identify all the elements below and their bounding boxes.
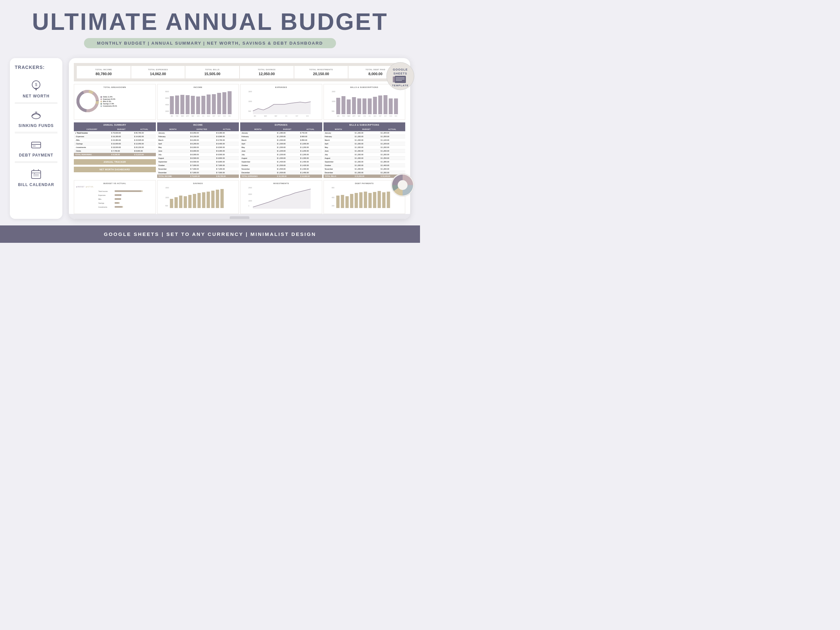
income-col-expected: EXPECTED bbox=[189, 127, 215, 131]
svg-rect-133 bbox=[368, 193, 371, 208]
table-row: - Bills $ 15,384.00 $ 15,505.00 bbox=[74, 139, 156, 142]
svg-rect-7 bbox=[32, 142, 41, 148]
svg-text:JAN: JAN bbox=[254, 115, 256, 117]
sidebar-item-sinking-funds[interactable]: SINKING FUNDS bbox=[15, 104, 57, 132]
svg-text:Savings: Savings bbox=[98, 202, 104, 204]
svg-text:JAN: JAN bbox=[170, 115, 173, 117]
svg-rect-71 bbox=[373, 97, 377, 114]
card-savings-value: 12,050.00 bbox=[242, 72, 292, 76]
svg-rect-27 bbox=[170, 96, 174, 114]
svg-text:500: 500 bbox=[332, 110, 334, 112]
svg-rect-126 bbox=[336, 196, 339, 208]
table-row: May$ 6,000.00$ 6,500.00 bbox=[157, 146, 239, 149]
table-row: August$ 1,282.00$ 1,350.00 bbox=[324, 156, 406, 160]
bills-col-budget: BUDGET bbox=[354, 127, 379, 131]
table-row: March$ 1,282.00$ 1,100.00 bbox=[324, 139, 406, 142]
table-row: - Expenses $ 16,180.00 $ 14,062.00 bbox=[74, 135, 156, 139]
middle-section: ANNUAL SUMMARY CATEGORY BUDGET ACTUAL + … bbox=[74, 122, 405, 178]
svg-text:1000: 1000 bbox=[248, 200, 252, 202]
svg-rect-90 bbox=[115, 190, 143, 192]
svg-text:FEB: FEB bbox=[175, 115, 178, 117]
card-total-savings: TOTAL SAVINGS 12,050.00 bbox=[240, 66, 294, 79]
svg-text:500: 500 bbox=[165, 205, 168, 207]
svg-text:OCT: OCT bbox=[218, 115, 221, 117]
table-row: January$ 1,282.00$ 1,305.00 bbox=[324, 131, 406, 135]
table-row: September$ 6,500.00$ 6,900.00 bbox=[157, 160, 239, 164]
svg-rect-115 bbox=[211, 191, 214, 208]
sidebar-item-debt-payment[interactable]: DEBT PAYMENT bbox=[15, 134, 57, 162]
laptop-bottom bbox=[69, 214, 410, 219]
svg-rect-135 bbox=[377, 191, 381, 208]
income-table-header: INCOME bbox=[157, 122, 239, 127]
table-row: November$ 1,500.00$ 1,400.00 bbox=[240, 167, 322, 171]
svg-rect-99 bbox=[115, 202, 120, 204]
svg-rect-111 bbox=[193, 194, 196, 208]
svg-text:1500: 1500 bbox=[165, 187, 169, 189]
svg-rect-129 bbox=[350, 194, 353, 208]
svg-text:8000: 8000 bbox=[165, 90, 169, 93]
table-row: March$ 1,300.00$ 850.00 bbox=[240, 139, 322, 142]
svg-text:AUG: AUG bbox=[373, 115, 376, 117]
svg-text:2500: 2500 bbox=[248, 187, 252, 189]
card-bills-label: TOTAL BILLS bbox=[187, 69, 237, 71]
svg-text:DEC: DEC bbox=[395, 115, 397, 117]
svg-text:Total Income: Total Income bbox=[98, 190, 108, 192]
subtitle-bar: MONTHLY BUDGET | ANNUAL SUMMARY | NET WO… bbox=[84, 38, 336, 48]
svg-rect-66 bbox=[346, 99, 351, 114]
svg-rect-110 bbox=[188, 195, 191, 208]
col-budget: BUDGET bbox=[110, 127, 133, 131]
svg-rect-116 bbox=[216, 189, 219, 208]
svg-rect-31 bbox=[191, 96, 194, 114]
table-row: July$ 1,282.00$ 1,282.00 bbox=[324, 153, 406, 156]
card-total-investments: TOTAL INVESTMENTS 20,150.00 bbox=[294, 66, 348, 79]
svg-rect-64 bbox=[336, 98, 340, 114]
annual-tracker-button[interactable]: ANNUAL TRACKER bbox=[74, 159, 156, 165]
svg-rect-134 bbox=[373, 192, 376, 208]
sidebar-item-net-worth[interactable]: $ NET WORTH bbox=[15, 75, 57, 103]
sidebar-item-bill-calendar[interactable]: BILL CALENDAR bbox=[15, 163, 57, 191]
svg-rect-130 bbox=[354, 193, 358, 208]
svg-text:APR: APR bbox=[186, 115, 189, 117]
svg-text:500: 500 bbox=[248, 110, 251, 112]
svg-text:JUN: JUN bbox=[197, 115, 199, 117]
svg-rect-117 bbox=[220, 189, 223, 208]
svg-rect-109 bbox=[183, 196, 187, 208]
svg-text:NOV: NOV bbox=[223, 115, 226, 117]
expenses-chart: EXPENSES 1600 1000 500 JAN MAR MAY JUL S… bbox=[240, 84, 322, 120]
table-row: May$ 1,282.00$ 1,282.00 bbox=[324, 146, 406, 149]
investments-line-svg: 2500 2000 1000 1 bbox=[243, 186, 320, 210]
footer-text: GOOGLE SHEETS | SET TO ANY CURRENCY | MI… bbox=[6, 231, 414, 237]
svg-rect-29 bbox=[180, 95, 184, 114]
table-row: August$ 1,300.00$ 1,300.00 bbox=[240, 156, 322, 160]
investments-title: INVESTMENTS bbox=[243, 182, 320, 185]
svg-rect-70 bbox=[368, 98, 371, 114]
svg-text:MAY: MAY bbox=[275, 115, 278, 117]
svg-text:SEP: SEP bbox=[296, 115, 298, 117]
card-total-income: TOTAL INCOME 80,780.00 bbox=[77, 66, 131, 79]
expenses-table: MONTH BUDGET ACTUAL January$ 1,380.00$ 7… bbox=[240, 127, 322, 178]
svg-text:2000: 2000 bbox=[165, 110, 169, 112]
svg-rect-102 bbox=[115, 206, 123, 208]
svg-text:NOV: NOV bbox=[389, 115, 392, 117]
bills-col-actual: ACTUAL bbox=[379, 127, 405, 131]
svg-text:JUL: JUL bbox=[368, 115, 371, 117]
svg-text:MAR: MAR bbox=[347, 115, 350, 117]
svg-text:400: 400 bbox=[332, 197, 334, 199]
svg-rect-34 bbox=[206, 95, 210, 114]
table-row: July$ 1,200.00$ 1,200.00 bbox=[240, 153, 322, 156]
bills-table-header: BILLS & SUBSCRIPTIONS bbox=[324, 122, 406, 127]
svg-rect-132 bbox=[363, 192, 367, 208]
net-worth-dashboard-button[interactable]: NET WORTH DASHBOARD bbox=[74, 167, 156, 172]
svg-rect-2 bbox=[34, 88, 38, 89]
svg-text:MAY: MAY bbox=[191, 115, 194, 117]
annual-summary-section: ANNUAL SUMMARY CATEGORY BUDGET ACTUAL + … bbox=[74, 122, 156, 178]
table-row: - Investments $ 18,000.00 $ 20,150.00 bbox=[74, 146, 156, 149]
debt-payment-label: DEBT PAYMENT bbox=[19, 153, 54, 158]
svg-text:JAN: JAN bbox=[337, 115, 339, 117]
svg-rect-141 bbox=[395, 76, 406, 83]
table-row: November$ 7,000.00$ 7,200.00 bbox=[157, 167, 239, 171]
summary-cards-row: TOTAL INCOME 80,780.00 TOTAL EXPENSES 14… bbox=[74, 63, 405, 81]
income-bar-chart: 8000 6000 4000 2000 bbox=[159, 90, 237, 117]
table-row: January$ 6,050.00$ 6,390.00 bbox=[157, 131, 239, 135]
card-total-expenses: TOTAL EXPENSES 14,062.00 bbox=[131, 66, 185, 79]
